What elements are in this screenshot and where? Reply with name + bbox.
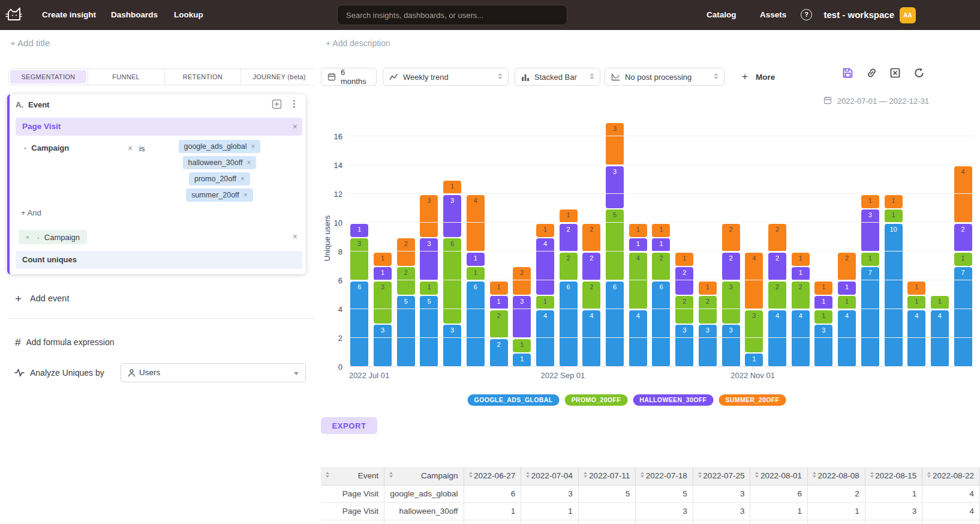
table-header-2022-08-01[interactable]: 2022-08-01 xyxy=(750,467,808,485)
export-button[interactable]: EXPORT xyxy=(321,417,377,434)
bar-segment-halloween_30off[interactable]: 1 xyxy=(792,267,810,280)
table-header-2022-07-25[interactable]: 2022-07-25 xyxy=(693,467,750,485)
bar-segment-promo_20off[interactable]: 1 xyxy=(467,267,485,280)
add-filter-icon[interactable] xyxy=(272,99,282,109)
bar-segment-google_ads_global[interactable]: 2 xyxy=(490,339,508,367)
bar-segment-promo_20off[interactable]: 1 xyxy=(513,339,531,352)
help-icon[interactable]: ? xyxy=(801,9,812,20)
bar-segment-promo_20off[interactable]: 1 xyxy=(420,282,438,295)
bar-segment-summer_20off[interactable]: 1 xyxy=(629,224,647,237)
bar-segment-halloween_30off[interactable]: 1 xyxy=(490,296,508,309)
bar-segment-summer_20off[interactable]: 2 xyxy=(582,224,600,251)
remove-event-icon[interactable]: × xyxy=(293,122,297,131)
bar-segment-google_ads_global[interactable]: 6 xyxy=(652,282,670,367)
table-header-Campaign[interactable]: Campaign xyxy=(384,467,464,485)
filter-value-tag[interactable]: summer_20off× xyxy=(186,188,253,202)
sort-icon[interactable] xyxy=(813,472,816,478)
legend-pill-halloween_30off[interactable]: HALLOWEEN_30OFF xyxy=(633,394,713,406)
bar-segment-google_ads_global[interactable]: 3 xyxy=(814,325,832,367)
sort-icon[interactable] xyxy=(641,472,644,478)
remove-tag-icon[interactable]: × xyxy=(251,142,255,151)
bar-segment-promo_20off[interactable]: 1 xyxy=(931,296,949,309)
bar-segment-google_ads_global[interactable]: 3 xyxy=(699,325,717,367)
more-options-button[interactable]: +More xyxy=(742,68,775,86)
nav-create-insight[interactable]: Create insight xyxy=(42,0,96,30)
app-logo-cat-icon[interactable] xyxy=(5,7,23,25)
bar-segment-google_ads_global[interactable]: 4 xyxy=(931,310,949,367)
bar-segment-promo_20off[interactable]: 2 xyxy=(397,267,415,295)
bar-segment-halloween_30off[interactable]: 2 xyxy=(675,267,693,295)
bar-segment-halloween_30off[interactable]: 1 xyxy=(467,253,485,266)
filter-value-tag[interactable]: halloween_30off× xyxy=(183,156,257,169)
bar-segment-summer_20off[interactable]: 1 xyxy=(814,282,832,295)
bar-segment-promo_20off[interactable]: 1 xyxy=(885,209,903,223)
table-header-2022-08-15[interactable]: 2022-08-15 xyxy=(865,467,922,485)
bar-segment-summer_20off[interactable]: 2 xyxy=(722,224,740,251)
bar-segment-halloween_30off[interactable]: 2 xyxy=(954,224,972,251)
selected-event[interactable]: Page Visit × xyxy=(16,118,302,136)
workspace-name[interactable]: test - workspace xyxy=(823,0,894,30)
bar-segment-promo_20off[interactable]: 1 xyxy=(861,253,879,266)
bar-segment-promo_20off[interactable]: 1 xyxy=(954,253,972,266)
bar-segment-halloween_30off[interactable]: 3 xyxy=(606,166,624,208)
bar-segment-google_ads_global[interactable]: 4 xyxy=(792,310,810,367)
bar-segment-halloween_30off[interactable]: 3 xyxy=(513,296,531,338)
user-avatar[interactable]: AA xyxy=(900,7,916,23)
analyze-by-select[interactable]: Users xyxy=(121,363,306,382)
bar-segment-promo_20off[interactable]: 2 xyxy=(560,253,578,280)
bar-segment-google_ads_global[interactable]: 1 xyxy=(513,354,531,367)
bar-segment-halloween_30off[interactable]: 1 xyxy=(838,282,856,295)
sort-icon[interactable] xyxy=(526,472,530,478)
sort-icon[interactable] xyxy=(755,472,759,478)
bar-segment-summer_20off[interactable]: 3 xyxy=(606,123,624,165)
bar-segment-google_ads_global[interactable]: 4 xyxy=(838,310,856,367)
bar-segment-summer_20off[interactable]: 1 xyxy=(792,253,810,266)
bar-segment-summer_20off[interactable]: 2 xyxy=(513,267,531,295)
bar-segment-promo_20off[interactable]: 2 xyxy=(490,310,508,338)
bar-segment-halloween_30off[interactable]: 2 xyxy=(560,224,578,251)
bar-segment-summer_20off[interactable]: 1 xyxy=(652,224,670,237)
bar-segment-google_ads_global[interactable]: 6 xyxy=(606,282,624,367)
bar-segment-halloween_30off[interactable]: 3 xyxy=(443,195,461,237)
filter-value-tag[interactable]: google_ads_global× xyxy=(179,140,261,153)
chart-type-select[interactable]: Stacked Bar xyxy=(515,68,600,86)
bar-segment-google_ads_global[interactable]: 6 xyxy=(560,282,578,367)
bar-segment-google_ads_global[interactable]: 4 xyxy=(768,310,786,367)
bar-segment-halloween_30off[interactable]: 1 xyxy=(629,238,647,251)
bar-segment-google_ads_global[interactable]: 4 xyxy=(907,310,925,367)
sort-icon[interactable] xyxy=(584,472,587,478)
bar-segment-summer_20off[interactable]: 4 xyxy=(467,195,485,251)
event-menu-icon[interactable]: ⋮ xyxy=(290,98,299,110)
bar-segment-google_ads_global[interactable]: 4 xyxy=(629,310,647,367)
filter-property[interactable]: ·Campaign xyxy=(24,143,69,152)
bar-segment-google_ads_global[interactable]: 3 xyxy=(443,325,461,367)
bar-segment-promo_20off[interactable]: 1 xyxy=(907,296,925,309)
bar-segment-google_ads_global[interactable]: 10 xyxy=(885,224,903,367)
bar-segment-google_ads_global[interactable]: 7 xyxy=(861,267,879,367)
remove-breakdown-icon[interactable]: × xyxy=(26,234,29,241)
bar-segment-promo_20off[interactable]: 2 xyxy=(792,282,810,309)
bar-segment-halloween_30off[interactable]: 2 xyxy=(722,253,740,280)
bar-segment-google_ads_global[interactable]: 3 xyxy=(722,325,740,367)
table-header-2022-07-11[interactable]: 2022-07-11 xyxy=(578,467,635,485)
bar-segment-google_ads_global[interactable]: 3 xyxy=(374,325,392,367)
bar-segment-halloween_30off[interactable]: 1 xyxy=(350,224,368,237)
legend-pill-promo_20off[interactable]: PROMO_20OFF xyxy=(565,394,628,406)
bar-segment-promo_20off[interactable]: 3 xyxy=(374,282,392,324)
bar-segment-summer_20off[interactable]: 1 xyxy=(699,282,717,295)
remove-tag-icon[interactable]: × xyxy=(246,158,251,167)
table-header-2022-06-27[interactable]: 2022-06-27 xyxy=(464,467,521,485)
bar-segment-promo_20off[interactable]: 4 xyxy=(629,253,647,309)
search-input[interactable] xyxy=(337,5,567,25)
table-header-2022-08-08[interactable]: 2022-08-08 xyxy=(808,467,865,485)
remove-tag-icon[interactable]: × xyxy=(241,175,245,183)
sort-icon[interactable] xyxy=(927,472,931,478)
bar-segment-promo_20off[interactable]: 3 xyxy=(745,310,763,352)
table-header-2022-07-04[interactable]: 2022-07-04 xyxy=(521,467,579,485)
breakdown-property[interactable]: × · Campaign xyxy=(19,230,87,244)
filter-value-tag[interactable]: promo_20off× xyxy=(189,172,250,185)
bar-segment-summer_20off[interactable]: 1 xyxy=(907,282,925,295)
date-range-display[interactable]: 2022-07-01 — 2022-12-31 xyxy=(823,96,929,106)
bar-segment-google_ads_global[interactable]: 4 xyxy=(536,310,554,367)
bar-segment-summer_20off[interactable]: 1 xyxy=(443,181,461,194)
